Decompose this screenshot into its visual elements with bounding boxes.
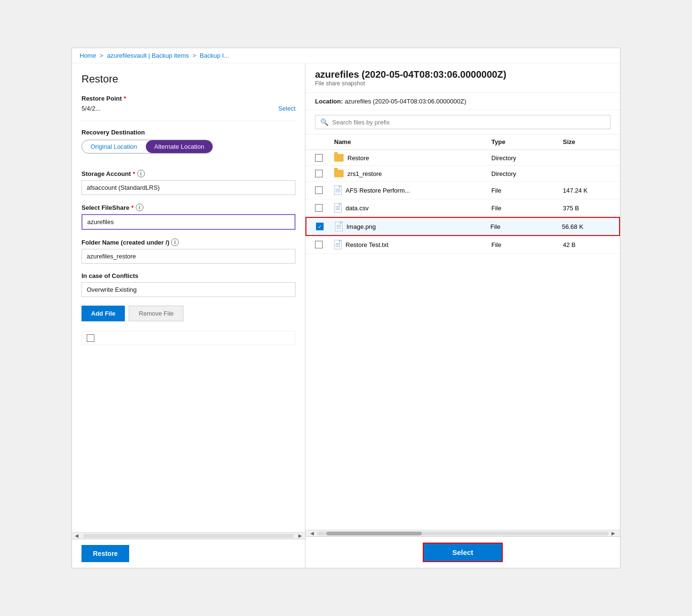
row-name-cell: Image.png [335,222,490,231]
row-name-cell: zrs1_restore [334,170,491,177]
search-box: 🔍 [315,115,611,129]
row-name: data.csv [346,205,368,212]
row-type: File [491,205,563,212]
add-file-button[interactable]: Add File [81,306,125,321]
storage-account-info-icon[interactable]: i [137,170,145,177]
right-hscroll[interactable]: ◀ ▶ [305,530,620,536]
table-row[interactable]: ✓Image.pngFile56.68 K [305,217,620,236]
row-checkbox[interactable] [315,170,323,177]
row-type: Directory [491,170,563,177]
select-button[interactable]: Select [423,543,503,562]
breadcrumb-home[interactable]: Home [80,52,96,59]
storage-account-section: Storage Account * i [81,170,295,195]
fileshare-label: Select FileShare * i [81,204,295,211]
file-row-checkbox[interactable] [87,334,94,342]
panels: Restore Restore Point * 5/4/2... Select [72,63,620,568]
recovery-destination-toggle: Original Location Alternate Location [81,140,213,154]
page-title: Restore [81,73,295,85]
restore-point-select-link[interactable]: Select [278,105,295,112]
restore-point-required: * [124,95,126,102]
left-hscroll-left-arrow[interactable]: ◀ [72,533,81,539]
recovery-destination-label: Recovery Destination [81,129,295,136]
row-checkbox-cell [315,170,334,177]
folder-name-section: Folder Name (created under /) i [81,238,295,264]
row-name: Restore Test.txt [346,241,388,248]
restore-point-section: Restore Point * 5/4/2... Select [81,95,295,112]
right-bottom: Select [305,536,620,568]
restore-point-value: 5/4/2... [81,105,101,112]
table-row[interactable]: zrs1_restoreDirectory [305,166,620,182]
conflicts-label: In case of Conflicts [81,272,295,279]
left-scroll[interactable]: Restore Restore Point * 5/4/2... Select [72,63,305,532]
file-icon [335,222,343,231]
header-size: Size [563,138,611,145]
table-row[interactable]: Restore Test.txtFile42 B [305,236,620,254]
row-type: File [491,187,563,194]
row-checkbox[interactable] [315,154,323,162]
folder-name-input[interactable] [81,249,295,264]
storage-account-input[interactable] [81,180,295,195]
conflicts-input[interactable] [81,282,295,297]
row-checkbox[interactable] [315,186,323,194]
main-container: Home > azurefilesvault | Backup items > … [71,48,621,568]
left-hscroll[interactable]: ◀ ▶ [72,532,305,539]
right-hscroll-track[interactable] [317,532,609,535]
table-row[interactable]: data.csvFile375 B [305,199,620,217]
right-title: azurefiles (2020-05-04T08:03:06.0000000Z… [315,69,611,80]
row-checkbox-cell [315,241,334,248]
row-checkbox[interactable]: ✓ [316,223,324,230]
storage-account-label: Storage Account * i [81,170,295,177]
fileshare-input[interactable] [81,214,295,230]
fileshare-section: Select FileShare * i [81,204,295,230]
file-buttons-row: Add File Remove File [81,306,295,321]
header-checkbox-col [315,138,334,145]
file-list-placeholder [81,331,295,345]
folder-name-info-icon[interactable]: i [171,238,179,246]
fileshare-info-icon[interactable]: i [136,204,143,211]
breadcrumb-vault[interactable]: azurefilesvault | Backup items [107,52,189,59]
right-hscroll-right-arrow[interactable]: ▶ [609,530,618,537]
header-name: Name [334,138,491,145]
right-header: azurefiles (2020-05-04T08:03:06.0000000Z… [305,63,620,93]
row-type: File [490,223,562,230]
alternate-location-btn[interactable]: Alternate Location [146,140,213,153]
left-hscroll-track[interactable] [83,534,294,538]
row-name: AFS Restore Perform... [346,187,410,194]
left-bottom: Restore [72,539,305,568]
location-row: Location: azurefiles (2020-05-04T08:03:0… [305,93,620,110]
location-label: Location: [315,98,343,105]
row-checkbox[interactable] [315,241,323,248]
right-hscroll-left-arrow[interactable]: ◀ [307,530,317,537]
original-location-btn[interactable]: Original Location [82,140,146,153]
left-hscroll-right-arrow[interactable]: ▶ [295,533,305,539]
search-input[interactable] [332,119,605,126]
row-type: Directory [491,154,563,162]
table-row[interactable]: AFS Restore Perform...File147.24 K [305,182,620,199]
remove-file-button[interactable]: Remove File [129,306,183,321]
file-icon [334,240,342,249]
restore-point-label: Restore Point * [81,95,295,102]
row-name-cell: AFS Restore Perform... [334,185,491,195]
breadcrumb-current[interactable]: Backup I... [200,52,229,59]
right-hscroll-thumb[interactable] [326,532,422,535]
row-size: 375 B [563,205,611,212]
folder-name-label: Folder Name (created under /) i [81,238,295,246]
row-checkbox-cell: ✓ [316,223,335,230]
file-icon [334,185,342,195]
file-icon [334,203,342,213]
row-size: 56.68 K [562,223,610,230]
file-table[interactable]: RestoreDirectoryzrs1_restoreDirectoryAFS… [305,150,620,530]
left-panel: Restore Restore Point * 5/4/2... Select [72,63,305,568]
row-checkbox-cell [315,204,334,212]
breadcrumb: Home > azurefilesvault | Backup items > … [72,48,620,63]
search-icon: 🔍 [320,118,328,126]
conflicts-section: In case of Conflicts [81,272,295,297]
restore-button[interactable]: Restore [81,545,129,562]
row-type: File [491,241,563,248]
location-value: azurefiles (2020-05-04T08:03:06.0000000Z… [345,98,466,105]
row-name-cell: Restore Test.txt [334,240,491,249]
row-checkbox[interactable] [315,204,323,212]
row-name-cell: Restore [334,154,491,162]
table-row[interactable]: RestoreDirectory [305,150,620,166]
recovery-destination-section: Recovery Destination Original Location A… [81,129,295,154]
